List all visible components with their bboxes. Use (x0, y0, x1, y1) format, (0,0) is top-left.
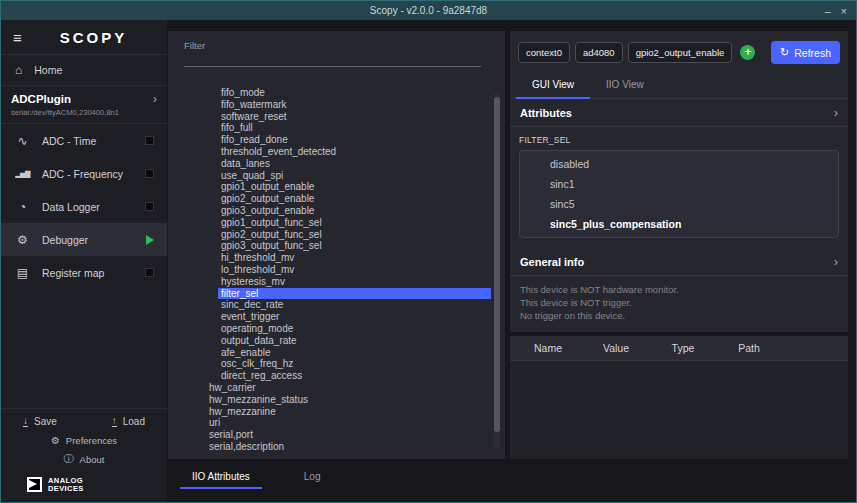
save-icon: ↓ (23, 416, 28, 427)
tab-iio-attributes[interactable]: IIO Attributes (180, 471, 262, 489)
filter-input[interactable] (184, 54, 481, 67)
tree-item[interactable]: lo_threshold_mv (218, 264, 491, 276)
run-state-indicator[interactable] (146, 235, 154, 245)
bottom-tab-bar: IIO Attributes Log (168, 459, 505, 489)
tree-item[interactable]: fifo_read_done (218, 134, 491, 146)
run-state-indicator[interactable] (145, 169, 154, 178)
filter-sel-option[interactable]: sinc5 (520, 194, 838, 214)
tree-item[interactable]: hysteresis_mv (218, 276, 491, 288)
debugger-icon: ⚙ (14, 233, 31, 247)
tree-item[interactable]: sinc_dec_rate (218, 299, 491, 311)
tree-item[interactable]: use_quad_spi (218, 170, 491, 182)
plugin-uri: serial:/dev/ttyACM0,230400,8n1 (11, 108, 157, 117)
info-line: No trigger on this device. (520, 309, 838, 322)
load-icon: ↑ (112, 416, 117, 427)
tree-item[interactable]: data_lanes (218, 158, 491, 170)
sidebar-footer: ↓ Save ↑ Load ⚙ Preferences ⓘ About (1, 408, 167, 502)
filter-sel-dropdown[interactable]: disabledsinc1sinc5sinc5_plus_compensatio… (519, 150, 839, 238)
tree-item[interactable]: operating_mode (218, 323, 491, 335)
gear-icon: ⚙ (51, 435, 60, 446)
save-button[interactable]: ↓ Save (23, 416, 57, 427)
sidebar-item-adc-frequency[interactable]: ▂▅▇ ADC - Frequency (1, 157, 167, 190)
column-header-name[interactable]: Name (514, 342, 582, 354)
tree-item[interactable]: output_data_rate (218, 335, 491, 347)
info-line: This device is NOT trigger. (520, 296, 838, 309)
chevron-right-icon[interactable]: › (834, 257, 838, 267)
general-info-text: This device is NOT hardware monitor. Thi… (510, 276, 848, 332)
sidebar-item-register-map[interactable]: ▤ Register map (1, 256, 167, 289)
breadcrumb-chip-attribute[interactable]: gpio2_output_enable (628, 42, 733, 63)
tree-item[interactable]: uri (206, 417, 491, 429)
column-header-path[interactable]: Path (716, 342, 782, 354)
tree-item[interactable]: gpio1_output_func_sel (218, 217, 491, 229)
filter-sel-option[interactable]: disabled (520, 154, 838, 174)
window-title: Scopy - v2.0.0 - 9a2847d8 (1, 5, 856, 16)
general-info-section-header[interactable]: General info › (510, 248, 848, 276)
tree-item[interactable]: gpio1_output_enable (218, 181, 491, 193)
close-icon[interactable]: × (841, 5, 847, 17)
add-to-watchlist-button[interactable]: + (740, 45, 755, 60)
tree-item[interactable]: event_trigger (218, 311, 491, 323)
tree-item[interactable]: gpio2_output_enable (218, 193, 491, 205)
tab-log[interactable]: Log (292, 471, 333, 489)
tree-item[interactable]: osc_clk_freq_hz (218, 358, 491, 370)
home-label: Home (34, 64, 62, 76)
tree-item[interactable]: gpio3_output_func_sel (218, 240, 491, 252)
tab-gui-view[interactable]: GUI View (516, 73, 590, 99)
scopy-logo: SCOPY (32, 29, 155, 46)
sidebar-header: ≡ SCOPY (1, 20, 167, 55)
refresh-button[interactable]: ↻ Refresh (771, 41, 840, 64)
center-column: Filter fifo_modefifo_watermarksoftware_r… (168, 20, 505, 502)
minimize-icon[interactable]: – (824, 5, 830, 17)
hamburger-menu-icon[interactable]: ≡ (13, 29, 22, 46)
preferences-button[interactable]: ⚙ Preferences (1, 432, 167, 449)
chevron-right-icon[interactable]: › (834, 108, 838, 118)
analog-devices-logo: ANALOG DEVICES (1, 469, 167, 502)
tree-item[interactable]: serial,description (206, 441, 491, 453)
breadcrumb-chip-device[interactable]: ad4080 (575, 42, 623, 63)
run-state-indicator[interactable] (145, 268, 154, 277)
detail-column: context0 ad4080 gpio2_output_enable + ↻ … (510, 31, 848, 459)
tree-item[interactable]: fifo_watermark (218, 99, 491, 111)
sidebar-item-debugger[interactable]: ⚙ Debugger (1, 223, 167, 256)
adi-logo-mark (27, 477, 42, 492)
chevron-right-icon[interactable]: › (153, 94, 157, 104)
tree-item[interactable]: fifo_full (218, 122, 491, 134)
breadcrumb-chip-context[interactable]: context0 (518, 42, 570, 63)
tree-item[interactable]: direct_reg_access (218, 370, 491, 382)
tree-item[interactable]: hw_mezzanine_status (206, 394, 491, 406)
tree-item[interactable]: serial,port (206, 429, 491, 441)
filter-sel-option[interactable]: sinc5_plus_compensation (520, 214, 838, 234)
about-button[interactable]: ⓘ About (1, 449, 167, 469)
tree-item[interactable]: hw_carrier (206, 382, 491, 394)
sidebar-tools: ∿ ADC - Time ▂▅▇ ADC - Frequency ◔ Data … (1, 124, 167, 289)
scrollbar[interactable] (494, 93, 500, 449)
sidebar-item-home[interactable]: ⌂ Home (1, 55, 167, 86)
tree-item[interactable]: gpio3_output_enable (218, 205, 491, 217)
tab-iio-view[interactable]: IIO View (590, 73, 660, 99)
scrollbar-thumb[interactable] (494, 97, 500, 432)
tree-item[interactable]: afe_enable (218, 347, 491, 359)
column-header-value[interactable]: Value (582, 342, 650, 354)
titlebar: Scopy - v2.0.0 - 9a2847d8 – × (1, 1, 856, 20)
run-state-indicator[interactable] (145, 136, 154, 145)
tree-item[interactable]: threshold_event_detected (218, 146, 491, 158)
column-header-type[interactable]: Type (650, 342, 716, 354)
register-map-icon: ▤ (14, 266, 31, 280)
info-icon: ⓘ (64, 452, 74, 466)
attributes-section-header[interactable]: Attributes › (510, 99, 848, 127)
tree-item[interactable]: hw_mezzanine (206, 406, 491, 418)
plugin-header[interactable]: ADCPlugin › serial:/dev/ttyACM0,230400,8… (1, 86, 167, 124)
tree-item[interactable]: hi_threshold_mv (218, 252, 491, 264)
sidebar-item-data-logger[interactable]: ◔ Data Logger (1, 190, 167, 223)
tree-item[interactable]: filter_sel (218, 288, 491, 300)
tree-item[interactable]: fifo_mode (218, 87, 491, 99)
run-state-indicator[interactable] (145, 202, 154, 211)
filter-sel-option[interactable]: sinc1 (520, 174, 838, 194)
tree-item[interactable]: software_reset (218, 111, 491, 123)
tree-item[interactable]: gpio2_output_func_sel (218, 229, 491, 241)
sidebar-item-adc-time[interactable]: ∿ ADC - Time (1, 124, 167, 157)
load-button[interactable]: ↑ Load (112, 416, 145, 427)
sidebar: ≡ SCOPY ⌂ Home ADCPlugin › serial:/dev/t… (1, 20, 167, 502)
view-tab-bar: GUI View IIO View (510, 73, 848, 99)
